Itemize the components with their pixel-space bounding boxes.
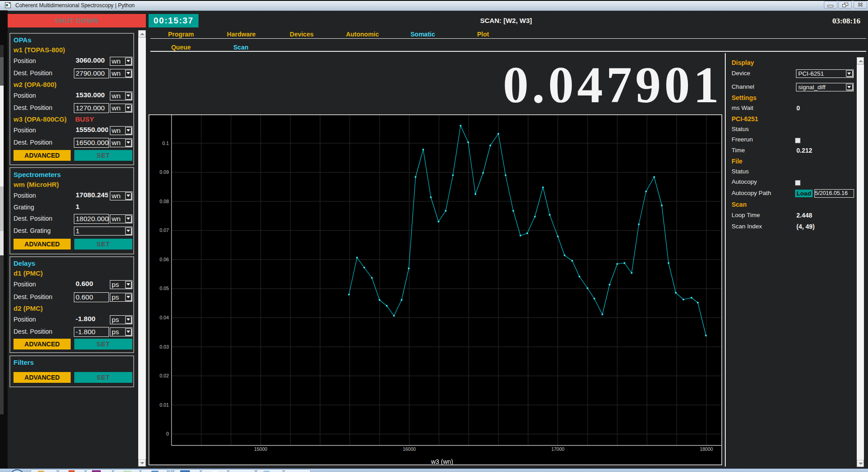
svg-text:17000: 17000 (551, 446, 564, 452)
svg-text:0.01: 0.01 (160, 402, 169, 408)
svg-text:0.09: 0.09 (160, 169, 169, 175)
svg-text:15000: 15000 (254, 446, 267, 452)
svg-text:16000: 16000 (402, 446, 416, 452)
svg-text:0.02: 0.02 (160, 373, 169, 378)
svg-text:0.1: 0.1 (162, 141, 169, 146)
svg-text:0.07: 0.07 (160, 227, 169, 233)
svg-text:0.04: 0.04 (160, 315, 169, 320)
svg-text:18000: 18000 (700, 446, 713, 452)
svg-text:0.05: 0.05 (160, 286, 169, 291)
svg-text:0.08: 0.08 (160, 199, 169, 204)
svg-text:w3 (wn): w3 (wn) (430, 458, 453, 465)
svg-text:0.06: 0.06 (160, 257, 169, 262)
svg-text:0: 0 (166, 431, 169, 436)
svg-text:0.03: 0.03 (160, 344, 169, 349)
